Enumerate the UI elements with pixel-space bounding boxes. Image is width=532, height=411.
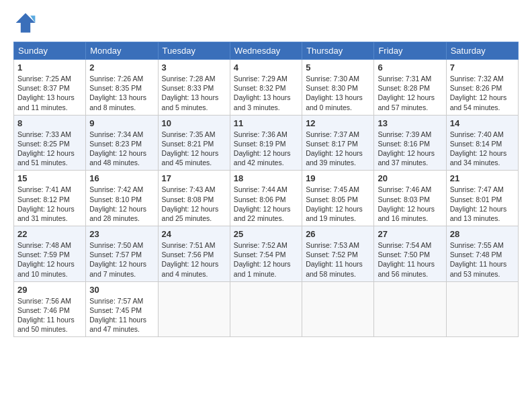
day-number: 3: [162, 62, 226, 73]
day-number: 19: [306, 173, 370, 183]
logo-icon: [13, 11, 38, 35]
day-number: 6: [378, 62, 442, 73]
calendar-day-cell: 9Sunrise: 7:34 AMSunset: 8:23 PMDaylight…: [86, 115, 158, 171]
day-info: Sunrise: 7:41 AMSunset: 8:12 PMDaylight:…: [17, 185, 75, 222]
calendar-day-cell: 11Sunrise: 7:36 AMSunset: 8:19 PMDayligh…: [230, 115, 302, 171]
calendar-day-cell: 3Sunrise: 7:28 AMSunset: 8:33 PMDaylight…: [158, 60, 230, 116]
day-info: Sunrise: 7:50 AMSunset: 7:57 PMDaylight:…: [89, 241, 146, 278]
day-info: Sunrise: 7:33 AMSunset: 8:25 PMDaylight:…: [17, 130, 75, 167]
day-info: Sunrise: 7:32 AMSunset: 8:26 PMDaylight:…: [450, 75, 507, 111]
day-number: 20: [378, 173, 442, 183]
day-info: Sunrise: 7:35 AMSunset: 8:21 PMDaylight:…: [162, 130, 219, 167]
day-number: 21: [450, 173, 515, 183]
calendar-day-cell: [446, 281, 518, 337]
logo: [13, 11, 40, 35]
weekday-header: Sunday: [14, 42, 86, 60]
weekday-header: Saturday: [446, 42, 518, 60]
day-info: Sunrise: 7:40 AMSunset: 8:14 PMDaylight:…: [450, 130, 507, 167]
day-info: Sunrise: 7:54 AMSunset: 7:50 PMDaylight:…: [378, 241, 435, 278]
calendar-day-cell: 16Sunrise: 7:42 AMSunset: 8:10 PMDayligh…: [86, 171, 158, 226]
day-info: Sunrise: 7:28 AMSunset: 8:33 PMDaylight:…: [162, 75, 219, 111]
day-info: Sunrise: 7:45 AMSunset: 8:05 PMDaylight:…: [306, 185, 363, 222]
weekday-header: Tuesday: [158, 42, 230, 60]
day-info: Sunrise: 7:55 AMSunset: 7:48 PMDaylight:…: [450, 241, 507, 278]
calendar-day-cell: 27Sunrise: 7:54 AMSunset: 7:50 PMDayligh…: [374, 226, 446, 282]
day-number: 22: [17, 229, 82, 239]
day-number: 8: [17, 118, 82, 128]
day-number: 24: [162, 229, 226, 239]
day-info: Sunrise: 7:44 AMSunset: 8:06 PMDaylight:…: [234, 185, 291, 222]
day-number: 12: [306, 118, 370, 128]
day-info: Sunrise: 7:43 AMSunset: 8:08 PMDaylight:…: [162, 185, 219, 222]
day-info: Sunrise: 7:37 AMSunset: 8:17 PMDaylight:…: [306, 130, 363, 167]
day-info: Sunrise: 7:29 AMSunset: 8:32 PMDaylight:…: [234, 75, 291, 111]
calendar-day-cell: 10Sunrise: 7:35 AMSunset: 8:21 PMDayligh…: [158, 115, 230, 171]
day-number: 18: [234, 173, 298, 183]
day-info: Sunrise: 7:42 AMSunset: 8:10 PMDaylight:…: [89, 185, 146, 222]
calendar-day-cell: 17Sunrise: 7:43 AMSunset: 8:08 PMDayligh…: [158, 171, 230, 226]
calendar-week-row: 1Sunrise: 7:25 AMSunset: 8:37 PMDaylight…: [14, 60, 519, 116]
calendar-day-cell: 7Sunrise: 7:32 AMSunset: 8:26 PMDaylight…: [446, 60, 518, 116]
calendar-day-cell: 29Sunrise: 7:56 AMSunset: 7:46 PMDayligh…: [14, 281, 86, 337]
day-number: 10: [162, 118, 226, 128]
day-number: 5: [306, 62, 370, 73]
day-info: Sunrise: 7:46 AMSunset: 8:03 PMDaylight:…: [378, 185, 435, 222]
day-number: 2: [89, 62, 154, 73]
calendar-day-cell: 24Sunrise: 7:51 AMSunset: 7:56 PMDayligh…: [158, 226, 230, 282]
page: SundayMondayTuesdayWednesdayThursdayFrid…: [0, 0, 532, 344]
day-number: 25: [234, 229, 298, 239]
day-number: 15: [17, 173, 82, 183]
calendar-day-cell: 6Sunrise: 7:31 AMSunset: 8:28 PMDaylight…: [374, 60, 446, 116]
day-info: Sunrise: 7:53 AMSunset: 7:52 PMDaylight:…: [306, 241, 363, 278]
day-info: Sunrise: 7:34 AMSunset: 8:23 PMDaylight:…: [89, 130, 146, 167]
day-info: Sunrise: 7:48 AMSunset: 7:59 PMDaylight:…: [17, 241, 75, 278]
calendar-day-cell: 19Sunrise: 7:45 AMSunset: 8:05 PMDayligh…: [302, 171, 374, 226]
day-info: Sunrise: 7:25 AMSunset: 8:37 PMDaylight:…: [17, 75, 75, 111]
day-number: 14: [450, 118, 515, 128]
calendar-day-cell: 25Sunrise: 7:52 AMSunset: 7:54 PMDayligh…: [230, 226, 302, 282]
calendar-day-cell: 22Sunrise: 7:48 AMSunset: 7:59 PMDayligh…: [14, 226, 86, 282]
calendar-week-row: 8Sunrise: 7:33 AMSunset: 8:25 PMDaylight…: [14, 115, 519, 171]
day-info: Sunrise: 7:51 AMSunset: 7:56 PMDaylight:…: [162, 241, 219, 278]
day-number: 7: [450, 62, 515, 73]
day-info: Sunrise: 7:56 AMSunset: 7:46 PMDaylight:…: [17, 297, 75, 334]
header: [13, 11, 519, 35]
calendar-day-cell: [158, 281, 230, 337]
day-number: 28: [450, 229, 515, 239]
day-info: Sunrise: 7:57 AMSunset: 7:45 PMDaylight:…: [89, 297, 146, 334]
day-number: 16: [89, 173, 154, 183]
day-number: 27: [378, 229, 442, 239]
calendar-day-cell: 23Sunrise: 7:50 AMSunset: 7:57 PMDayligh…: [86, 226, 158, 282]
calendar-day-cell: 1Sunrise: 7:25 AMSunset: 8:37 PMDaylight…: [14, 60, 86, 116]
calendar-day-cell: 15Sunrise: 7:41 AMSunset: 8:12 PMDayligh…: [14, 171, 86, 226]
calendar-day-cell: 30Sunrise: 7:57 AMSunset: 7:45 PMDayligh…: [86, 281, 158, 337]
day-number: 29: [17, 285, 82, 295]
day-number: 17: [162, 173, 226, 183]
day-number: 11: [234, 118, 298, 128]
calendar-day-cell: 8Sunrise: 7:33 AMSunset: 8:25 PMDaylight…: [14, 115, 86, 171]
calendar-day-cell: 4Sunrise: 7:29 AMSunset: 8:32 PMDaylight…: [230, 60, 302, 116]
calendar-day-cell: 20Sunrise: 7:46 AMSunset: 8:03 PMDayligh…: [374, 171, 446, 226]
calendar-day-cell: 12Sunrise: 7:37 AMSunset: 8:17 PMDayligh…: [302, 115, 374, 171]
day-number: 1: [17, 62, 82, 73]
calendar-table: SundayMondayTuesdayWednesdayThursdayFrid…: [13, 42, 519, 337]
weekday-header: Wednesday: [230, 42, 302, 60]
calendar-day-cell: 14Sunrise: 7:40 AMSunset: 8:14 PMDayligh…: [446, 115, 518, 171]
day-info: Sunrise: 7:30 AMSunset: 8:30 PMDaylight:…: [306, 75, 363, 111]
day-number: 26: [306, 229, 370, 239]
calendar-week-row: 15Sunrise: 7:41 AMSunset: 8:12 PMDayligh…: [14, 171, 519, 226]
weekday-header: Monday: [86, 42, 158, 60]
day-info: Sunrise: 7:31 AMSunset: 8:28 PMDaylight:…: [378, 75, 435, 111]
calendar-week-row: 29Sunrise: 7:56 AMSunset: 7:46 PMDayligh…: [14, 281, 519, 337]
day-number: 23: [89, 229, 154, 239]
day-number: 9: [89, 118, 154, 128]
day-info: Sunrise: 7:52 AMSunset: 7:54 PMDaylight:…: [234, 241, 291, 278]
calendar-day-cell: 21Sunrise: 7:47 AMSunset: 8:01 PMDayligh…: [446, 171, 518, 226]
calendar-day-cell: 28Sunrise: 7:55 AMSunset: 7:48 PMDayligh…: [446, 226, 518, 282]
calendar-day-cell: [230, 281, 302, 337]
calendar-day-cell: [302, 281, 374, 337]
calendar-day-cell: [374, 281, 446, 337]
calendar-week-row: 22Sunrise: 7:48 AMSunset: 7:59 PMDayligh…: [14, 226, 519, 282]
weekday-header: Friday: [374, 42, 446, 60]
calendar-day-cell: 2Sunrise: 7:26 AMSunset: 8:35 PMDaylight…: [86, 60, 158, 116]
